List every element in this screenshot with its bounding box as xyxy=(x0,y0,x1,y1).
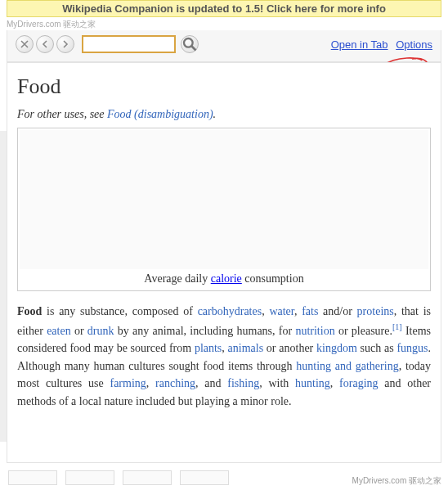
image-caption: Average daily calorie consumption xyxy=(20,269,428,289)
toolbar-links: Open in Tab Options xyxy=(326,38,432,51)
lead-bold: Food xyxy=(17,305,42,317)
link-water[interactable]: water xyxy=(269,305,294,317)
link-proteins[interactable]: proteins xyxy=(357,305,394,317)
link-ranching[interactable]: ranching xyxy=(155,377,195,389)
article-title: Food xyxy=(17,74,431,100)
link-fishing[interactable]: fishing xyxy=(227,377,259,389)
link-fats[interactable]: fats xyxy=(302,305,318,317)
forward-icon xyxy=(61,40,69,48)
link-hunting-gathering[interactable]: hunting and gathering xyxy=(296,360,398,372)
options-link[interactable]: Options xyxy=(396,38,432,51)
forward-button[interactable] xyxy=(56,35,74,53)
search-icon xyxy=(181,36,198,52)
watermark-bottom: MyDrivers.com 驱动之家 xyxy=(352,475,441,487)
caption-link[interactable]: calorie xyxy=(211,272,242,285)
article-pane[interactable]: Food For other uses, see Food (disambigu… xyxy=(7,62,441,463)
link-fungus[interactable]: fungus xyxy=(396,342,428,354)
link-plants[interactable]: plants xyxy=(195,342,222,354)
hatnote-prefix: For other uses, see xyxy=(17,108,107,120)
link-hunting[interactable]: hunting xyxy=(295,377,330,389)
open-in-tab-link[interactable]: Open in Tab xyxy=(331,38,388,51)
link-animals[interactable]: animals xyxy=(228,342,264,354)
link-eaten[interactable]: eaten xyxy=(47,324,71,336)
update-banner[interactable]: Wikipedia Companion is updated to 1.5! C… xyxy=(7,0,441,17)
watermark-top: MyDrivers.com 驱动之家 xyxy=(7,19,448,30)
citation-1[interactable]: [1] xyxy=(392,322,402,331)
background-strip xyxy=(0,131,7,442)
back-button[interactable] xyxy=(36,35,54,53)
hatnote: For other uses, see Food (disambiguation… xyxy=(17,108,431,121)
link-farming[interactable]: farming xyxy=(110,377,146,389)
bg-thumb xyxy=(65,470,114,485)
link-drunk[interactable]: drunk xyxy=(87,324,114,336)
close-icon xyxy=(20,40,29,48)
bg-thumb xyxy=(8,470,57,485)
search-input[interactable] xyxy=(82,35,176,53)
infobox-image: Average daily calorie consumption xyxy=(17,128,431,291)
close-button[interactable] xyxy=(16,35,34,53)
link-nutrition[interactable]: nutrition xyxy=(295,324,334,336)
bg-thumb xyxy=(123,470,172,485)
search-button[interactable] xyxy=(181,35,199,53)
toolbar: Open in Tab Options xyxy=(7,30,441,62)
hatnote-suffix: . xyxy=(213,108,217,120)
image-placeholder xyxy=(20,130,428,269)
hatnote-link[interactable]: Food (disambiguation) xyxy=(107,108,213,120)
background-thumbnails xyxy=(8,470,229,485)
back-icon xyxy=(41,40,49,48)
svg-point-0 xyxy=(184,38,193,47)
bg-thumb xyxy=(180,470,229,485)
lead-paragraph: Food is any substance, composed of carbo… xyxy=(17,303,431,411)
link-carbohydrates[interactable]: carbohydrates xyxy=(198,305,262,317)
link-kingdom[interactable]: kingdom xyxy=(316,342,357,354)
link-foraging[interactable]: foraging xyxy=(339,377,378,389)
